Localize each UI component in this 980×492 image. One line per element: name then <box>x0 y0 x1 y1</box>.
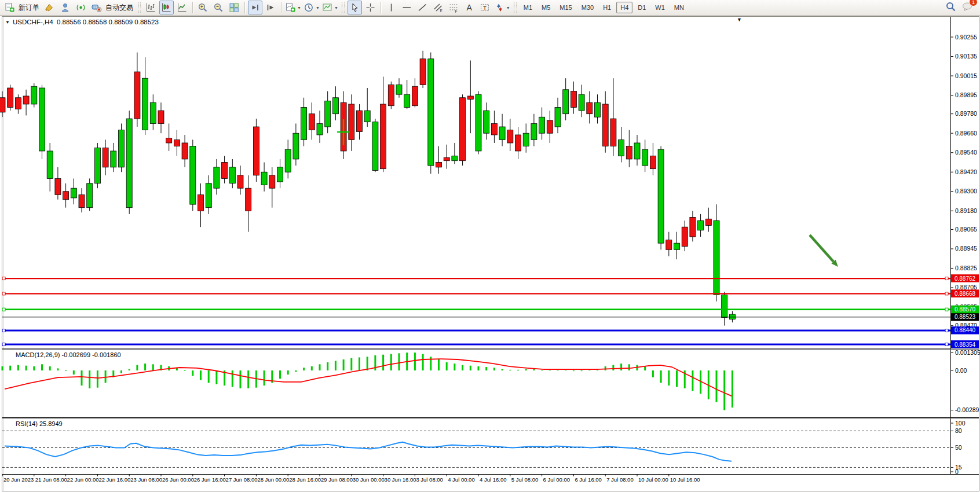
chart-collapse-arrow-icon[interactable]: ▼ <box>5 20 10 25</box>
chart-canvas[interactable]: 0.902550.901350.900150.898950.897800.896… <box>0 16 980 492</box>
rsi-panel: 1008050150 <box>2 420 966 475</box>
auto-scroll-button[interactable] <box>248 1 262 14</box>
horizontal-line[interactable]: 0.88762 <box>2 274 979 282</box>
chart-title: USDCHF-,H4 0.88556 0.88558 0.88509 0.885… <box>13 19 159 25</box>
vertical-line-tool[interactable] <box>384 1 398 14</box>
zoom-in-button[interactable] <box>196 1 210 14</box>
horizontal-line-icon <box>401 2 412 13</box>
price-tick-label: 0.89300 <box>955 188 977 194</box>
autotrade-label[interactable]: 自动交易 <box>105 3 133 13</box>
zoom-in-icon <box>198 2 209 13</box>
tf-m30-button[interactable]: M30 <box>577 2 598 13</box>
svg-text:50: 50 <box>955 444 962 451</box>
search-icon[interactable] <box>945 1 957 14</box>
date-tick-label: 4 Jul 16:00 <box>480 476 506 483</box>
new-order-label[interactable]: 新订单 <box>19 3 39 13</box>
crosshair-button[interactable] <box>363 1 378 14</box>
date-tick-label: 28 Jun 00:00 <box>257 476 289 483</box>
signal-icon <box>75 2 86 13</box>
cursor-button[interactable] <box>348 1 362 14</box>
date-tick-label: 3 Jul 08:00 <box>416 476 443 483</box>
chart-frame <box>2 17 979 491</box>
svg-text:0.88762: 0.88762 <box>955 276 976 282</box>
rsi-indicator-label: RSI(14) 25.8949 <box>16 420 63 427</box>
date-tick-label: 26 Jun 16:00 <box>194 476 226 483</box>
fibonacci-icon: F <box>448 2 459 13</box>
current-price-line: 0.88523 <box>2 313 979 321</box>
tf-m5-button[interactable]: M5 <box>537 2 554 13</box>
chart-shift-button[interactable] <box>264 1 278 14</box>
trendline-tool[interactable] <box>415 1 430 14</box>
plus-marker-annotation[interactable] <box>337 119 350 145</box>
date-tick-label: 30 Jun 00:00 <box>353 476 385 483</box>
svg-text:0.88440: 0.88440 <box>955 327 976 333</box>
bar-chart-button[interactable] <box>144 1 158 14</box>
date-tick-label: 4 Jul 00:00 <box>448 476 474 483</box>
chat-button[interactable]: 1 <box>961 1 974 14</box>
crosshair-icon <box>365 2 376 13</box>
macd-indicator-label: MACD(12,26,9) -0.002699 -0.001860 <box>16 351 121 358</box>
zoom-out-button[interactable] <box>211 1 226 14</box>
svg-text:0.88523: 0.88523 <box>955 314 976 320</box>
horizontal-line-tool[interactable] <box>400 1 414 14</box>
styler-button[interactable] <box>42 1 57 14</box>
equidistant-channel-tool[interactable]: E <box>431 1 445 14</box>
templates-button[interactable]: ▼ <box>321 1 339 14</box>
tf-w1-button[interactable]: W1 <box>651 2 669 13</box>
autotrade-icon <box>91 2 103 13</box>
price-tick-label: 0.90255 <box>955 34 977 41</box>
time-axis: 20 Jun 202321 Jun 08:0022 Jun 00:0022 Ju… <box>2 475 700 483</box>
fibonacci-tool[interactable]: F <box>447 1 461 14</box>
date-tick-label: 23 Jun 08:00 <box>130 476 162 483</box>
indicators-button[interactable]: ▼ <box>284 1 302 14</box>
macd-panel: 0.0013050.00-0.00289 <box>2 349 980 414</box>
toolbar-separator <box>281 2 281 13</box>
tf-m1-button[interactable]: M1 <box>520 2 536 13</box>
toolbar-grip <box>342 2 345 13</box>
text-a-icon: A <box>464 2 475 13</box>
chart-quick-menu-arrow-icon[interactable]: ▼ <box>737 17 742 23</box>
toolbar: 新订单 自动交易 ▼ ▼ <box>0 0 980 16</box>
svg-text:-0.00289: -0.00289 <box>955 406 979 413</box>
horizontal-line[interactable]: 0.88570 <box>2 306 979 314</box>
date-tick-label: 20 Jun 2023 <box>3 476 34 483</box>
tile-windows-button[interactable] <box>227 1 242 14</box>
svg-text:A: A <box>466 3 472 12</box>
tf-m15-button[interactable]: M15 <box>555 2 576 13</box>
date-tick-label: 29 Jun 08:00 <box>321 476 353 483</box>
text-tool[interactable]: A <box>462 1 477 14</box>
candlestick-chart-button[interactable] <box>159 1 174 14</box>
periods-button[interactable]: ▼ <box>303 1 320 14</box>
autotrade-button[interactable] <box>89 1 104 14</box>
date-tick-label: 10 Jul 00:00 <box>638 476 668 483</box>
horizontal-line[interactable]: 0.88354 <box>2 340 979 348</box>
text-label-tool[interactable]: T <box>478 1 492 14</box>
date-tick-label: 26 Jun 00:00 <box>162 476 194 483</box>
line-chart-button[interactable] <box>175 1 189 14</box>
signals-button[interactable] <box>74 1 88 14</box>
bar-chart-icon <box>145 2 156 13</box>
cursor-icon <box>349 2 360 13</box>
tf-d1-button[interactable]: D1 <box>634 2 650 13</box>
arrow-annotation[interactable] <box>810 235 838 267</box>
svg-text:80: 80 <box>955 427 962 434</box>
templates-caret-icon: ▼ <box>334 6 338 10</box>
svg-text:100: 100 <box>955 420 966 427</box>
tf-h4-button[interactable]: H4 <box>616 2 632 13</box>
date-tick-label: 22 Jun 16:00 <box>98 476 130 483</box>
new-order-button[interactable] <box>2 1 17 14</box>
arrows-tool[interactable]: ▼ <box>493 1 511 14</box>
candles <box>0 51 735 326</box>
svg-text:E: E <box>440 9 443 13</box>
price-tick-label: 0.89065 <box>955 226 977 233</box>
clock-icon <box>303 2 315 13</box>
trendline-icon <box>417 2 428 13</box>
svg-text:F: F <box>455 9 457 13</box>
profile-button[interactable] <box>58 1 72 14</box>
arrows-icon <box>494 2 505 13</box>
tf-mn-button[interactable]: MN <box>670 2 688 13</box>
tf-h1-button[interactable]: H1 <box>599 2 615 13</box>
horizontal-line[interactable]: 0.88668 <box>2 289 979 298</box>
horizontal-line[interactable]: 0.88440 <box>2 326 979 335</box>
arrows-caret-icon: ▼ <box>506 6 510 10</box>
